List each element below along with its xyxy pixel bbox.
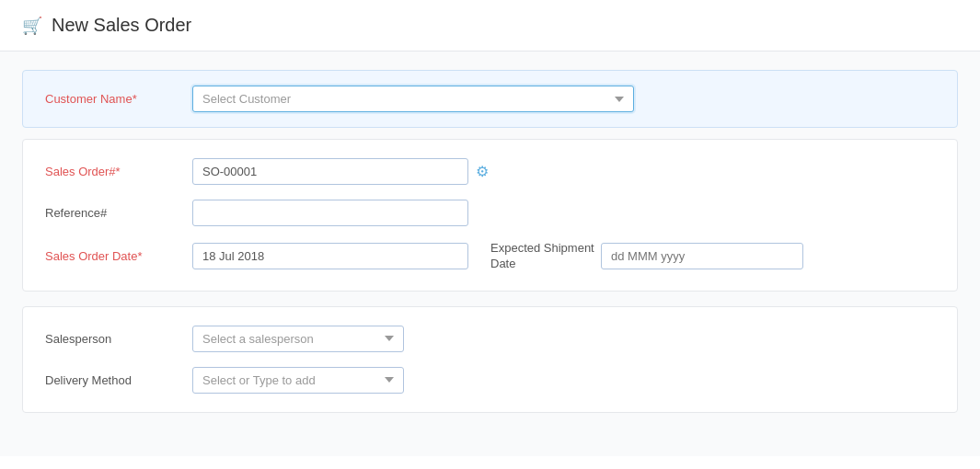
delivery-method-select[interactable]: Select or Type to add [192, 367, 404, 394]
gear-icon[interactable]: ⚙ [476, 163, 489, 180]
reference-field-group [192, 200, 935, 226]
delivery-method-label: Delivery Method [45, 373, 192, 387]
sales-order-date-input[interactable] [192, 243, 468, 269]
date-col-left: Sales Order Date* [45, 243, 468, 269]
customer-select[interactable]: Select Customer [192, 86, 634, 112]
sales-order-date-label: Sales Order Date* [45, 249, 192, 263]
customer-field-group: Select Customer [192, 86, 935, 112]
customer-section: Customer Name* Select Customer [22, 70, 958, 128]
delivery-method-row: Delivery Method Select or Type to add [45, 367, 935, 394]
reference-label: Reference# [45, 206, 192, 220]
reference-input[interactable] [192, 200, 468, 226]
customer-row: Customer Name* Select Customer [45, 86, 935, 112]
form-container: Customer Name* Select Customer Sales Ord… [0, 51, 980, 456]
cart-icon: 🛒 [22, 16, 42, 36]
sales-order-label: Sales Order#* [45, 165, 192, 178]
salesperson-delivery-section: Salesperson Select a salesperson Deliver… [22, 306, 958, 413]
page-title: New Sales Order [52, 15, 191, 36]
sales-order-row: Sales Order#* ⚙ [45, 158, 935, 185]
expected-shipment-input[interactable] [601, 243, 803, 269]
salesperson-label: Salesperson [45, 332, 192, 346]
salesperson-row: Salesperson Select a salesperson [45, 326, 935, 352]
page-header: 🛒 New Sales Order [0, 0, 980, 51]
delivery-method-field-group: Select or Type to add [192, 367, 935, 394]
date-col-right: Expected Shipment Date [468, 241, 803, 272]
reference-row: Reference# [45, 200, 935, 226]
sales-order-input[interactable] [192, 158, 468, 185]
salesperson-field-group: Select a salesperson [192, 326, 935, 352]
date-row: Sales Order Date* Expected Shipment Date [45, 241, 935, 272]
salesperson-select[interactable]: Select a salesperson [192, 326, 404, 352]
customer-name-label: Customer Name* [45, 92, 192, 106]
order-details-section: Sales Order#* ⚙ Reference# Sales Order D… [22, 139, 958, 292]
sales-order-field-group: ⚙ [192, 158, 935, 185]
expected-shipment-label: Expected Shipment Date [490, 241, 601, 272]
